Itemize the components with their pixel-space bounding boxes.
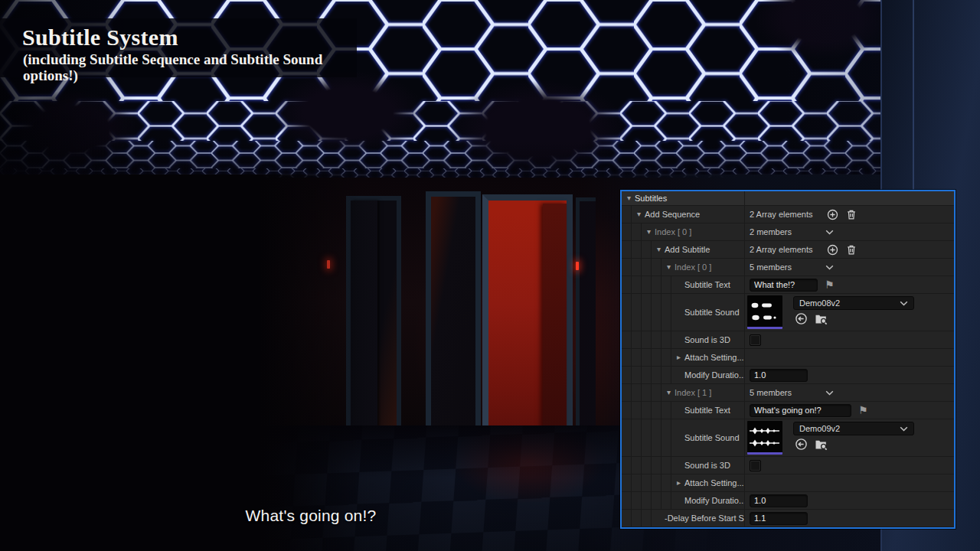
localization-flag-icon[interactable]: ⚑	[858, 405, 868, 416]
sound-is-3d-checkbox[interactable]	[750, 334, 761, 346]
property-name-column: ▾Index [ 0 ]	[622, 223, 744, 240]
browse-to-asset-icon[interactable]	[815, 439, 828, 452]
indent-rails	[622, 419, 671, 456]
title-card-subheading: (including Subtitle Sequence and Subtitl…	[23, 51, 357, 83]
property-label: Add Sequence	[644, 210, 700, 219]
property-row-subtitle-text-5[interactable]: Subtitle Text⚑	[622, 276, 954, 294]
delete-elements-icon[interactable]	[844, 207, 858, 221]
property-name-column: -Delay Before Start S...	[622, 510, 744, 527]
number-input[interactable]	[750, 369, 808, 382]
expander-arrow-icon[interactable]: ▾	[642, 228, 654, 236]
property-name-column: Subtitle Text	[622, 276, 744, 293]
array-elements-count: 2 Array elements	[750, 210, 820, 219]
combobox-chevron-icon	[900, 298, 908, 308]
property-label: Attach Setting...	[684, 353, 744, 362]
property-row-sound-is-3d-7[interactable]: Sound is 3D	[622, 331, 954, 349]
property-name-column: Subtitle Sound	[622, 419, 744, 456]
indent-rails	[622, 331, 671, 348]
indent-rails	[622, 349, 671, 366]
subtitle-text-input[interactable]	[750, 404, 851, 417]
property-label: Sound is 3D	[684, 335, 730, 344]
property-value-column	[744, 349, 954, 366]
property-value-column	[744, 474, 954, 491]
property-row-attach-setting-8[interactable]: ▸Attach Setting...	[622, 349, 954, 367]
wall-corner-edge	[913, 0, 914, 197]
indent-rails	[622, 510, 652, 527]
members-dropdown-chevron-icon[interactable]	[825, 230, 836, 235]
indent-rails	[622, 241, 652, 258]
members-dropdown-chevron-icon[interactable]	[825, 390, 836, 396]
property-row-index-0-2[interactable]: ▾Index [ 0 ]2 members	[622, 223, 954, 241]
property-row-modify-duratio-15[interactable]: Modify Duratio...	[622, 492, 954, 510]
indent-rails	[622, 206, 632, 223]
property-name-column: Modify Duratio...	[622, 367, 744, 383]
property-label: Attach Setting...	[684, 478, 744, 487]
property-value-column	[744, 510, 954, 527]
property-row-subtitle-text-11[interactable]: Subtitle Text⚑	[622, 402, 954, 419]
add-element-icon[interactable]	[825, 243, 839, 256]
property-row-sound-is-3d-13[interactable]: Sound is 3D	[622, 457, 954, 474]
property-value-column: 2 members	[744, 223, 954, 240]
browse-to-asset-icon[interactable]	[815, 313, 828, 327]
sound-wave-thumbnail[interactable]	[747, 295, 782, 329]
property-value-column: 5 members	[744, 384, 954, 401]
sound-is-3d-checkbox[interactable]	[750, 460, 761, 471]
indent-rails	[622, 384, 662, 401]
indent-rails	[622, 402, 671, 419]
property-value-column	[744, 191, 954, 205]
property-row-index-1-10[interactable]: ▾Index [ 1 ]5 members	[622, 384, 954, 402]
property-value-column: Demo09v2	[744, 419, 954, 456]
indent-rails	[622, 367, 671, 383]
indent-rails	[622, 223, 642, 240]
expander-arrow-icon[interactable]: ▸	[671, 354, 684, 361]
delete-elements-icon[interactable]	[844, 243, 858, 256]
property-name-column: ▸Attach Setting...	[622, 474, 744, 491]
use-selected-asset-icon[interactable]	[795, 312, 808, 327]
title-card-heading: Subtitle System	[22, 25, 357, 50]
expander-arrow-icon[interactable]: ▾	[622, 194, 634, 202]
indent-rails	[622, 259, 662, 276]
property-label: Index [ 1 ]	[674, 388, 711, 397]
property-row-subtitle-sound-6[interactable]: Subtitle SoundDemo08v2	[622, 294, 954, 331]
property-row-add-subtitle-3[interactable]: ▾Add Subtitle2 Array elements	[622, 241, 954, 259]
indent-rails	[622, 457, 671, 474]
array-elements-count: 2 Array elements	[750, 245, 820, 254]
expander-arrow-icon[interactable]: ▾	[632, 210, 644, 218]
subtitles-details-panel[interactable]: ▾Subtitles▾Add Sequence2 Array elements▾…	[620, 190, 956, 529]
property-row-modify-duratio-9[interactable]: Modify Duratio...	[622, 367, 954, 384]
property-row-index-0-4[interactable]: ▾Index [ 0 ]5 members	[622, 259, 954, 276]
property-label: Subtitle Text	[684, 406, 730, 415]
number-input[interactable]	[750, 512, 808, 525]
members-count: 5 members	[750, 388, 820, 397]
expander-arrow-icon[interactable]: ▾	[662, 263, 674, 271]
property-name-column: ▸Attach Setting...	[622, 349, 744, 366]
expander-arrow-icon[interactable]: ▾	[652, 246, 664, 253]
property-row-delay-before-start-s-16[interactable]: -Delay Before Start S...	[622, 510, 954, 527]
members-count: 5 members	[750, 262, 820, 272]
property-label: Index [ 0 ]	[654, 227, 691, 236]
use-selected-asset-icon[interactable]	[795, 438, 808, 452]
property-row-subtitle-sound-12[interactable]: Subtitle SoundDemo09v2	[622, 419, 954, 457]
sound-asset-combobox[interactable]: Demo08v2	[793, 296, 914, 310]
subtitle-overlay-text: What's going on!?	[0, 507, 622, 525]
number-input[interactable]	[750, 494, 808, 507]
property-row-add-sequence-1[interactable]: ▾Add Sequence2 Array elements	[622, 206, 954, 223]
property-name-column: Sound is 3D	[622, 331, 744, 348]
sound-asset-name: Demo09v2	[799, 424, 840, 433]
sound-asset-combobox[interactable]: Demo09v2	[793, 422, 914, 435]
expander-arrow-icon[interactable]: ▸	[671, 479, 684, 487]
sound-wave-thumbnail[interactable]	[747, 421, 782, 455]
expander-arrow-icon[interactable]: ▾	[662, 389, 674, 396]
property-value-column	[744, 457, 954, 474]
sound-asset-controls: Demo09v2	[793, 422, 914, 452]
property-row-attach-setting-14[interactable]: ▸Attach Setting...	[622, 474, 954, 492]
title-card: Subtitle System (including Subtitle Sequ…	[0, 18, 357, 77]
property-row-subtitles-0[interactable]: ▾Subtitles	[622, 191, 954, 206]
sound-asset-name: Demo08v2	[799, 298, 840, 308]
members-dropdown-chevron-icon[interactable]	[825, 265, 836, 270]
localization-flag-icon[interactable]: ⚑	[825, 279, 835, 290]
subtitle-text-input[interactable]	[750, 279, 818, 292]
add-element-icon[interactable]	[825, 207, 839, 221]
members-count: 2 members	[750, 227, 820, 236]
indent-rails	[622, 294, 671, 331]
